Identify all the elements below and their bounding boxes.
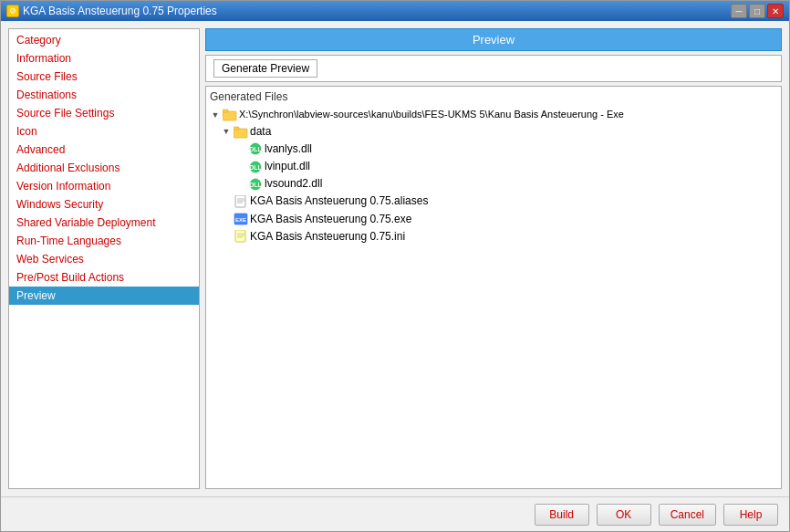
data-folder-icon <box>234 126 248 138</box>
exe-filename: KGA Basis Ansteuerung 0.75.exe <box>250 211 411 228</box>
main-window: ⚙ KGA Basis Ansteuerung 0.75 Properties … <box>0 0 790 532</box>
tree-file-exe: EXE KGA Basis Ansteuerung 0.75.exe <box>210 211 777 228</box>
sidebar: Category Information Source Files Destin… <box>8 28 200 489</box>
lvanlys-file-icon: DLL <box>248 142 263 155</box>
root-path: X:\Synchron\labview-sources\kanu\builds\… <box>239 107 624 123</box>
svg-rect-16 <box>235 230 245 242</box>
sidebar-item-information[interactable]: Information <box>9 49 199 68</box>
file-panel: Generated Files ▼ X:\Synchron\labview-so… <box>205 86 782 489</box>
sidebar-item-category[interactable]: Category <box>9 31 199 49</box>
sidebar-item-icon[interactable]: Icon <box>9 122 199 141</box>
close-button[interactable]: ✕ <box>767 4 784 18</box>
footer: Build OK Cancel Help <box>1 496 789 531</box>
data-folder-label: data <box>250 123 271 141</box>
svg-rect-2 <box>234 129 247 138</box>
ini-filename: KGA Basis Ansteuerung 0.75.ini <box>250 228 405 245</box>
aliases-filename: KGA Basis Ansteuerung 0.75.aliases <box>250 193 428 210</box>
lvsound2-filename: lvsound2.dll <box>265 175 322 193</box>
title-bar: ⚙ KGA Basis Ansteuerung 0.75 Properties … <box>1 1 789 21</box>
data-folder-toggle-icon[interactable]: ▼ <box>221 126 232 137</box>
tree-file-ini: KGA Basis Ansteuerung 0.75.ini <box>210 228 777 245</box>
preview-header: Preview <box>205 28 782 51</box>
sidebar-item-run-time-languages[interactable]: Run-Time Languages <box>9 232 199 250</box>
sidebar-item-shared-variable-deployment[interactable]: Shared Variable Deployment <box>9 214 199 232</box>
help-button[interactable]: Help <box>723 504 778 526</box>
exe-file-icon: EXE <box>234 213 248 225</box>
tree-file-lvinput: DLL lvinput.dll <box>210 158 777 175</box>
generated-files-label: Generated Files <box>210 90 777 103</box>
sidebar-item-advanced[interactable]: Advanced <box>9 141 199 159</box>
sidebar-item-destinations[interactable]: Destinations <box>9 86 199 104</box>
lvinput-file-icon: DLL <box>248 161 263 173</box>
lvinput-filename: lvinput.dll <box>265 158 310 175</box>
ini-file-icon <box>234 230 248 243</box>
content-area: Category Information Source Files Destin… <box>1 21 789 496</box>
lvsound2-file-icon: DLL <box>248 178 263 191</box>
aliases-file-icon <box>234 195 248 208</box>
sidebar-item-source-files[interactable]: Source Files <box>9 68 199 86</box>
sidebar-item-windows-security[interactable]: Windows Security <box>9 195 199 214</box>
lvanlys-filename: lvanlys.dll <box>265 141 312 158</box>
build-button[interactable]: Build <box>535 504 589 526</box>
cancel-button[interactable]: Cancel <box>659 504 716 526</box>
title-bar-left: ⚙ KGA Basis Ansteuerung 0.75 Properties <box>6 5 217 17</box>
tree-file-lvanlys: DLL lvanlys.dll <box>210 141 777 158</box>
app-icon: ⚙ <box>6 5 19 17</box>
sidebar-item-web-services[interactable]: Web Services <box>9 250 199 268</box>
sidebar-item-preview[interactable]: Preview <box>9 287 199 305</box>
main-panel: Preview Generate Preview Generated Files… <box>205 28 782 489</box>
ok-button[interactable]: OK <box>597 504 651 526</box>
generate-preview-button[interactable]: Generate Preview <box>213 59 317 78</box>
svg-rect-3 <box>234 127 239 130</box>
tree-file-lvsound2: DLL lvsound2.dll <box>210 175 777 193</box>
minimize-button[interactable]: ─ <box>731 4 747 18</box>
title-controls: ─ □ ✕ <box>731 4 784 18</box>
sidebar-item-pre-post-build-actions[interactable]: Pre/Post Build Actions <box>9 268 199 287</box>
root-folder-icon <box>223 109 237 120</box>
sidebar-item-source-file-settings[interactable]: Source File Settings <box>9 104 199 122</box>
tree-file-aliases: KGA Basis Ansteuerung 0.75.aliases <box>210 193 777 210</box>
svg-text:DLL: DLL <box>249 182 262 188</box>
file-tree: ▼ X:\Synchron\labview-sources\kanu\build… <box>210 107 777 245</box>
tree-root-row: ▼ X:\Synchron\labview-sources\kanu\build… <box>210 107 777 123</box>
svg-rect-1 <box>223 110 228 112</box>
maximize-button[interactable]: □ <box>749 4 765 18</box>
sidebar-item-additional-exclusions[interactable]: Additional Exclusions <box>9 159 199 177</box>
window-title: KGA Basis Ansteuerung 0.75 Properties <box>23 5 217 17</box>
sidebar-item-version-information[interactable]: Version Information <box>9 177 199 195</box>
tree-data-folder-row: ▼ data <box>210 123 777 141</box>
svg-rect-0 <box>223 111 236 120</box>
svg-text:DLL: DLL <box>249 146 262 152</box>
root-toggle-icon[interactable]: ▼ <box>210 110 221 120</box>
generate-bar: Generate Preview <box>205 55 782 82</box>
svg-rect-10 <box>235 195 245 207</box>
svg-text:EXE: EXE <box>235 217 246 223</box>
svg-text:DLL: DLL <box>249 164 262 171</box>
